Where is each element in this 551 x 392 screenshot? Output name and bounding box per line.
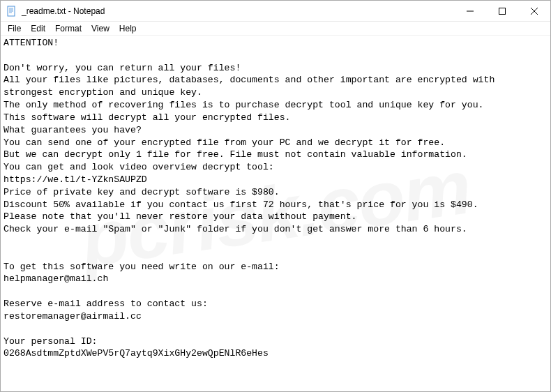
close-button[interactable] bbox=[518, 1, 550, 21]
menu-view[interactable]: View bbox=[87, 23, 114, 34]
svg-rect-6 bbox=[499, 8, 506, 14]
window-controls bbox=[454, 1, 550, 21]
titlebar-left: _readme.txt - Notepad bbox=[1, 6, 105, 17]
text-area[interactable]: pcrisk.comATTENTION! Don't worry, you ca… bbox=[1, 36, 550, 391]
maximize-button[interactable] bbox=[486, 1, 518, 21]
notepad-window: _readme.txt - Notepad File Edit Format V… bbox=[0, 0, 551, 392]
menu-format[interactable]: Format bbox=[51, 23, 86, 34]
menu-file[interactable]: File bbox=[3, 23, 25, 34]
menu-edit[interactable]: Edit bbox=[27, 23, 50, 34]
titlebar: _readme.txt - Notepad bbox=[1, 1, 550, 22]
window-title: _readme.txt - Notepad bbox=[22, 6, 105, 16]
notepad-icon bbox=[6, 6, 17, 17]
minimize-button[interactable] bbox=[454, 1, 486, 21]
menubar: File Edit Format View Help bbox=[1, 22, 550, 36]
document-text: ATTENTION! Don't worry, you can return a… bbox=[3, 38, 500, 359]
menu-help[interactable]: Help bbox=[115, 23, 141, 34]
